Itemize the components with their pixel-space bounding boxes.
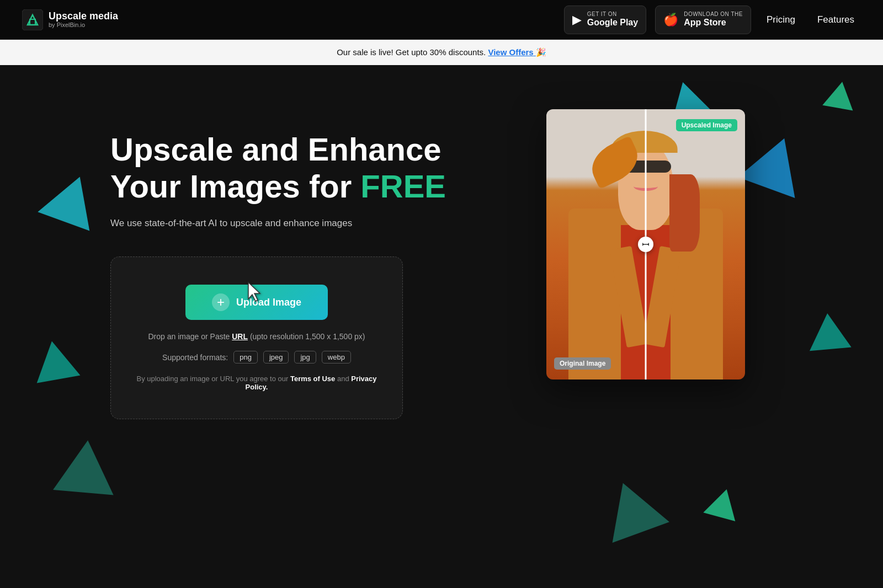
announcement-text: Our sale is live! Get upto 30% discounts… — [337, 47, 486, 57]
upload-image-button[interactable]: + Upload Image — [185, 285, 328, 320]
navbar: Upscale media by PixelBin.io ▶ GET IT ON… — [0, 0, 883, 40]
logo-icon — [22, 9, 43, 30]
hero-title-line2-prefix: Your Images for — [110, 168, 360, 204]
drop-hint-text-prefix: Drop an image or Paste — [148, 332, 232, 341]
deco-tri-9 — [594, 473, 669, 543]
compare-handle[interactable] — [638, 237, 653, 252]
view-offers-label: View Offers — [488, 47, 533, 57]
hero-title: Upscale and Enhance Your Images for FREE — [110, 131, 453, 205]
terms-and: and — [335, 375, 351, 383]
format-webp: webp — [322, 351, 351, 364]
hero-right-content: Upscaled Image Original Image — [453, 98, 839, 379]
logo-subtitle: by PixelBin.io — [49, 22, 118, 28]
terms-text: By uploading an image or URL you agree t… — [133, 375, 380, 391]
logo-area: Upscale media by PixelBin.io — [22, 9, 118, 30]
hero-title-line1: Upscale and Enhance — [110, 131, 442, 167]
deco-tri-3 — [53, 437, 118, 495]
format-png: png — [233, 351, 258, 364]
deco-tri-8 — [703, 485, 742, 521]
format-jpg: jpg — [294, 351, 316, 364]
apple-icon: 🍎 — [663, 14, 678, 26]
terms-of-use-label: Terms of Use — [290, 375, 335, 383]
drop-hint-suffix: (upto resolution 1,500 x 1,500 px) — [248, 332, 365, 341]
party-emoji: 🎉 — [536, 47, 546, 57]
google-play-icon: ▶ — [572, 14, 582, 26]
formats-label: Supported formats: — [162, 353, 228, 362]
view-offers-link[interactable]: View Offers — [488, 47, 535, 57]
google-play-store-name: Google Play — [587, 17, 638, 28]
google-play-small-label: GET IT ON — [587, 11, 638, 17]
url-link[interactable]: URL — [232, 332, 248, 341]
upscaled-label: Upscaled Image — [676, 119, 737, 131]
plus-icon: + — [212, 293, 230, 311]
hero-left-content: Upscale and Enhance Your Images for FREE… — [110, 98, 453, 419]
image-compare-widget[interactable]: Upscaled Image Original Image — [546, 109, 745, 379]
formats-row: Supported formats: png jpeg jpg webp — [133, 351, 380, 364]
logo-title: Upscale media — [49, 11, 118, 22]
logo-text: Upscale media by PixelBin.io — [49, 11, 118, 29]
hero-subtitle: We use state-of-the-art AI to upscale an… — [110, 218, 453, 229]
original-label: Original Image — [554, 357, 611, 370]
format-jpeg: jpeg — [263, 351, 289, 364]
announcement-bar: Our sale is live! Get upto 30% discounts… — [0, 40, 883, 65]
features-link[interactable]: Features — [811, 11, 861, 29]
navbar-right: ▶ GET IT ON Google Play 🍎 Download on th… — [564, 6, 861, 34]
terms-of-use-link[interactable]: Terms of Use — [290, 375, 335, 383]
handle-arrows-icon — [642, 240, 650, 248]
app-store-button[interactable]: 🍎 Download on the App Store — [655, 6, 751, 34]
hero-section: Upscale and Enhance Your Images for FREE… — [0, 65, 883, 562]
google-play-button[interactable]: ▶ GET IT ON Google Play — [564, 6, 646, 34]
hero-title-free: FREE — [360, 168, 446, 204]
google-play-text: GET IT ON Google Play — [587, 11, 638, 28]
upload-dropzone[interactable]: + Upload Image Drop an image or Paste UR… — [110, 256, 403, 419]
url-link-label: URL — [232, 332, 248, 341]
app-store-name: App Store — [684, 17, 743, 28]
terms-prefix: By uploading an image or URL you agree t… — [136, 375, 290, 383]
deco-tri-2 — [30, 338, 81, 383]
app-store-small-label: Download on the — [684, 11, 743, 17]
upload-button-label: Upload Image — [236, 297, 301, 308]
deco-tri-1 — [38, 167, 105, 231]
hair-layer — [669, 174, 700, 252]
pricing-link[interactable]: Pricing — [760, 11, 802, 29]
app-store-text: Download on the App Store — [684, 11, 743, 28]
drop-hint: Drop an image or Paste URL (upto resolut… — [133, 332, 380, 341]
